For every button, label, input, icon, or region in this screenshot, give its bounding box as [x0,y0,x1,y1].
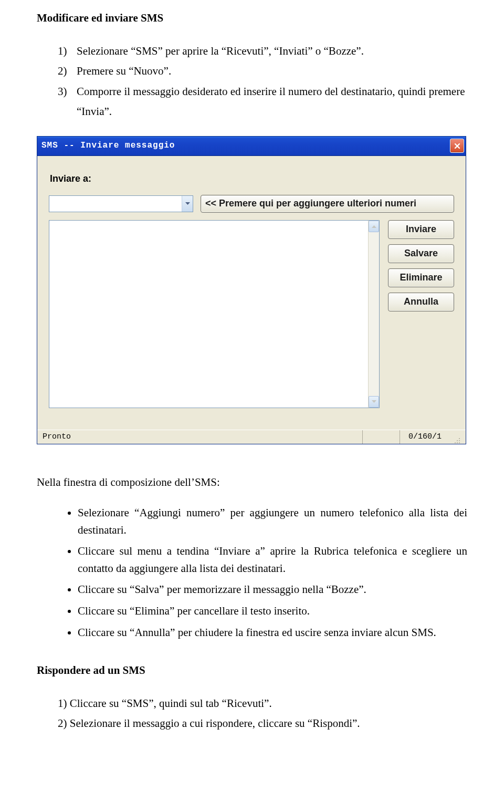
section-title: Modificare ed inviare SMS [37,9,467,27]
bullet-item: Cliccare su “Elimina” per cancellare il … [78,602,467,620]
send-to-label: Inviare a: [50,172,454,186]
chevron-down-icon [185,202,190,205]
close-button[interactable] [450,139,464,153]
step-text: Selezionare “SMS” per aprire la “Ricevut… [77,45,364,57]
scroll-down-button[interactable] [369,396,379,408]
paragraph-intro: Nella finestra di composizione dell’SMS: [37,474,467,491]
message-textarea[interactable] [49,220,380,408]
status-left: Pronto [43,431,362,443]
window-title: SMS -- Inviare messaggio [41,139,175,152]
button-label: Inviare [406,222,436,237]
status-cell-empty [362,430,400,444]
svg-point-4 [457,442,458,443]
send-button[interactable]: Inviare [388,220,454,239]
combobox-arrow[interactable] [182,196,193,212]
final-step-1: 1) Cliccare su “SMS”, quindi sul tab “Ri… [37,695,467,712]
sms-compose-window: SMS -- Inviare messaggio Inviare a: << P… [37,136,466,444]
svg-point-1 [457,440,458,441]
delete-button[interactable]: Eliminare [388,268,454,287]
step-1: 1)Selezionare “SMS” per aprire la “Ricev… [58,43,467,60]
bullet-item: Cliccare sul menu a tendina “Inviare a” … [78,543,467,577]
bullet-list: Selezionare “Aggiungi numero” per aggiun… [37,504,467,641]
close-icon [454,143,460,149]
step-2: 2)Premere su “Nuovo”. [58,63,467,80]
button-label: Eliminare [400,270,442,285]
add-numbers-button[interactable]: << Premere qui per aggiungere ulteriori … [201,195,454,213]
button-label: Annulla [404,295,438,309]
scrollbar[interactable] [368,221,379,408]
step-text: “Invia”. [77,105,112,118]
button-label: Salvare [404,246,438,261]
bullet-item: Selezionare “Aggiungi numero” per aggiun… [78,504,467,538]
resize-grip-icon [450,430,460,444]
bullet-item: Cliccare su “Annulla” per chiudere la fi… [78,624,467,641]
recipient-combobox[interactable] [49,195,193,212]
subsection-title: Rispondere ad un SMS [37,662,467,679]
recipient-input[interactable] [49,196,182,212]
svg-point-5 [459,442,460,443]
step-text: Premere su “Nuovo”. [77,65,171,77]
step-text: Comporre il messaggio desiderato ed inse… [77,85,465,98]
chevron-down-icon [372,400,376,403]
step-3: 3)Comporre il messaggio desiderato ed in… [58,83,467,100]
scroll-up-button[interactable] [369,221,379,232]
svg-point-2 [459,440,460,441]
save-button[interactable]: Salvare [388,244,454,263]
bullet-item: Cliccare su “Salva” per memorizzare il m… [78,581,467,598]
step-3-tail: “Invia”. [58,103,467,120]
titlebar: SMS -- Inviare messaggio [37,137,466,156]
statusbar: Pronto 0/160/1 [37,430,466,444]
svg-point-0 [459,438,460,439]
steps-list: 1)Selezionare “SMS” per aprire la “Ricev… [37,43,467,120]
status-counter: 0/160/1 [400,430,450,444]
chevron-up-icon [372,225,376,228]
add-numbers-label: << Premere qui per aggiungere ulteriori … [205,196,416,211]
final-step-2: 2) Selezionare il messaggio a cui rispon… [37,715,467,732]
svg-point-3 [455,442,456,443]
cancel-button[interactable]: Annulla [388,293,454,311]
